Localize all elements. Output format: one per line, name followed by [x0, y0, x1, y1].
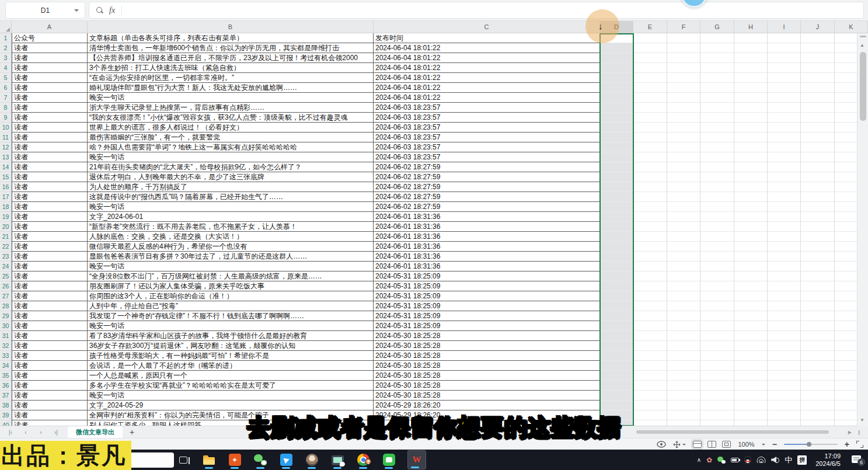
grid-cell-C21[interactable]: 2024-06-01 18:31:36 [374, 232, 600, 242]
eye-protect-icon[interactable] [657, 441, 666, 448]
zoom-slider[interactable] [784, 444, 838, 445]
row-number-12[interactable]: 12 [0, 142, 12, 152]
grid-cell-F3[interactable] [667, 53, 700, 63]
column-header-E[interactable]: E [633, 21, 667, 33]
blue-app-button[interactable] [279, 450, 293, 469]
grid-cell-J5[interactable] [801, 73, 835, 83]
grid-cell-C38[interactable]: 2024-05-29 18:26:20 [374, 401, 600, 410]
grid-cell-A7[interactable]: 读者 [12, 93, 88, 103]
grid-cell-C2[interactable]: 2024-06-04 18:01:22 [374, 43, 600, 53]
grid-cell-D14[interactable] [600, 162, 633, 172]
grid-cell-H24[interactable] [734, 262, 768, 271]
grid-cell-B11[interactable]: 最伤害婚姻的“三张脸”，有一个，就要警觉 [88, 133, 374, 142]
grid-cell-E38[interactable] [633, 401, 667, 410]
grid-cell-B7[interactable]: 晚安一句话 [88, 93, 374, 103]
grid-cell-I23[interactable] [768, 252, 801, 262]
add-sheet-button[interactable]: + [130, 427, 134, 437]
grid-cell-G22[interactable] [700, 242, 734, 252]
grid-cell-F39[interactable] [667, 410, 700, 420]
grid-cell-H39[interactable] [734, 410, 768, 420]
grid-cell-H21[interactable] [734, 232, 768, 242]
grid-cell-H3[interactable] [734, 53, 768, 63]
grid-cell-I29[interactable] [768, 311, 801, 321]
row-number-23[interactable]: 23 [0, 252, 12, 262]
grid-cell-J38[interactable] [801, 401, 835, 410]
grid-cell-F14[interactable] [667, 162, 700, 172]
grid-cell-I17[interactable] [768, 192, 801, 202]
row-number-36[interactable]: 36 [0, 381, 12, 391]
grid-cell-D11[interactable] [600, 133, 633, 142]
grid-cell-D29[interactable] [600, 311, 633, 321]
grid-cell-I19[interactable] [768, 212, 801, 222]
grid-cell-B27[interactable]: 你周围的这3个人，正在影响你的命运（准！） [88, 291, 374, 301]
page-break-view-icon[interactable] [707, 441, 716, 448]
grid-cell-J16[interactable] [801, 182, 835, 192]
profile-app-button[interactable] [305, 450, 319, 469]
file-explorer-button[interactable] [202, 450, 216, 469]
grid-cell-D34[interactable] [600, 361, 633, 371]
row-number-37[interactable]: 37 [0, 391, 12, 401]
grid-cell-I30[interactable] [768, 321, 801, 331]
grid-cell-D35[interactable] [600, 371, 633, 381]
grid-cell-F20[interactable] [667, 222, 700, 232]
grid-cell-F6[interactable] [667, 83, 700, 93]
grid-cell-A5[interactable]: 读者 [12, 73, 88, 83]
grid-cell-H29[interactable] [734, 311, 768, 321]
last-sheet-icon[interactable]: ›| [51, 429, 61, 436]
ime-pinyin-icon[interactable]: 拼 [797, 455, 807, 465]
grid-cell-A2[interactable]: 读者 [12, 43, 88, 53]
grid-cell-C3[interactable]: 2024-06-04 18:01:22 [374, 53, 600, 63]
grid-cell-B13[interactable]: 晚安一句话 [88, 152, 374, 162]
grid-cell-D15[interactable] [600, 172, 633, 182]
grid-cell-D37[interactable] [600, 391, 633, 401]
grid-cell-B2[interactable]: 清华博士卖面包，一年新增600个销售点：你以为的学历无用，其实都是降维打击 [88, 43, 374, 53]
grid-cell-F27[interactable] [667, 291, 700, 301]
grid-cell-G3[interactable] [700, 53, 734, 63]
wechat-button[interactable] [253, 450, 267, 469]
grid-cell-I27[interactable] [768, 291, 801, 301]
grid-cell-I38[interactable] [768, 401, 801, 410]
grid-cell-E37[interactable] [633, 391, 667, 401]
grid-cell-A29[interactable]: 读者 [12, 311, 88, 321]
grid-cell-I2[interactable] [768, 43, 801, 53]
row-number-11[interactable]: 11 [0, 133, 12, 142]
column-header-D[interactable]: D [600, 21, 633, 33]
grid-cell-C18[interactable]: 2024-06-02 18:27:59 [374, 202, 600, 212]
page-layout-view-icon[interactable] [722, 441, 731, 448]
grid-cell-J6[interactable] [801, 83, 835, 93]
grid-cell-C14[interactable]: 2024-06-02 18:27:59 [374, 162, 600, 172]
grid-cell-J11[interactable] [801, 133, 835, 142]
grid-cell-J36[interactable] [801, 381, 835, 391]
grid-cell-H5[interactable] [734, 73, 768, 83]
grid-cell-H22[interactable] [734, 242, 768, 252]
column-header-F[interactable]: F [667, 21, 700, 33]
grid-cell-C8[interactable]: 2024-06-03 18:23:57 [374, 103, 600, 113]
grid-cell-E33[interactable] [633, 351, 667, 361]
grid-cell-H26[interactable] [734, 281, 768, 291]
grid-cell-H10[interactable] [734, 123, 768, 133]
grid-cell-C28[interactable]: 2024-05-31 18:25:09 [374, 301, 600, 311]
grid-cell-F33[interactable] [667, 351, 700, 361]
grid-cell-G7[interactable] [700, 93, 734, 103]
grid-cell-B24[interactable]: 晚安一句话 [88, 262, 374, 271]
grid-cell-A28[interactable]: 读者 [12, 301, 88, 311]
grid-cell-A3[interactable]: 读者 [12, 53, 88, 63]
row-number-17[interactable]: 17 [0, 192, 12, 202]
grid-cell-E13[interactable] [633, 152, 667, 162]
grid-cell-B33[interactable]: 孩子性格受母亲影响大，有一种妈妈最“可怕”！希望你不是 [88, 351, 374, 361]
grid-cell-F17[interactable] [667, 192, 700, 202]
green-chat-button[interactable] [382, 450, 396, 469]
grid-cell-H23[interactable] [734, 252, 768, 262]
grid-cell-D32[interactable] [600, 341, 633, 351]
grid-cell-J19[interactable] [801, 212, 835, 222]
row-number-5[interactable]: 5 [0, 73, 12, 83]
grid-cell-H28[interactable] [734, 301, 768, 311]
grid-cell-F36[interactable] [667, 381, 700, 391]
vertical-scrollbar-thumb[interactable] [860, 52, 866, 121]
grid-cell-H25[interactable] [734, 271, 768, 281]
split-handle[interactable] [860, 36, 866, 37]
grid-cell-C27[interactable]: 2024-05-31 18:25:09 [374, 291, 600, 301]
grid-cell-J33[interactable] [801, 351, 835, 361]
row-number-32[interactable]: 32 [0, 341, 12, 351]
grid-cell-G13[interactable] [700, 152, 734, 162]
